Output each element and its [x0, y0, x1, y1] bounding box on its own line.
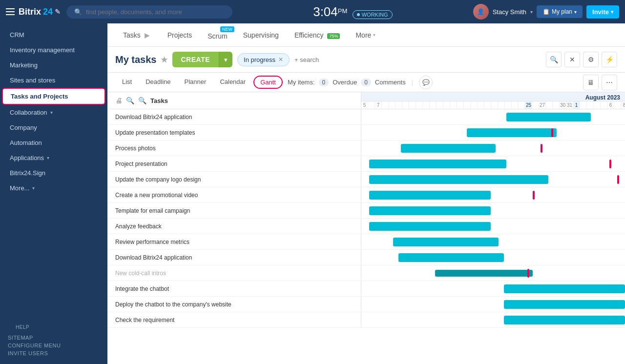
gantt-print-icon[interactable]: 🖨 — [115, 97, 122, 104]
invite-button[interactable]: Invite ▾ — [586, 5, 619, 19]
sidebar-item-automation[interactable]: Automation — [2, 135, 105, 150]
view-tab-list[interactable]: List — [115, 73, 139, 91]
search-bar[interactable]: 🔍 — [66, 5, 232, 19]
sidebar-label-inventory: Inventory management — [10, 46, 75, 54]
gantt-row[interactable]: Create a new promotional video — [107, 187, 625, 203]
working-badge[interactable]: WORKING — [353, 10, 393, 19]
filter-remove-icon[interactable]: ✕ — [278, 56, 283, 63]
view-tab-list-label: List — [122, 78, 132, 85]
gantt-row[interactable]: Process photos — [107, 141, 625, 156]
more-options-button[interactable]: ⋯ — [602, 75, 617, 90]
tab-scrum[interactable]: NEW Scrum — [200, 23, 235, 47]
favorite-star-icon[interactable]: ★ — [161, 55, 167, 64]
gantt-row[interactable]: Download Bitrix24 application — [107, 109, 625, 125]
view-tab-deadline[interactable]: Deadline — [139, 73, 177, 91]
applications-caret-icon: ▾ — [47, 155, 49, 161]
view-tab-calendar[interactable]: Calendar — [213, 73, 252, 91]
sidebar-item-more[interactable]: More... ▾ — [2, 181, 105, 196]
view-tab-gantt[interactable]: Gantt — [253, 76, 283, 89]
overdue-label: Overdue — [333, 79, 357, 86]
tab-more[interactable]: More ▾ — [348, 24, 383, 46]
gantt-zoom-out-icon[interactable]: 🔍 — [138, 97, 146, 104]
lightning-icon: ⚡ — [605, 56, 614, 63]
clock-display: 3:04 — [313, 4, 338, 19]
toolbar: My tasks ★ CREATE ▾ In progress ✕ 🔍 ✕ — [107, 47, 625, 73]
tab-projects-label: Projects — [167, 31, 192, 39]
logo-edit-icon[interactable]: ✎ — [55, 8, 61, 16]
configure-menu-link[interactable]: CONFIGURE MENU — [8, 343, 100, 348]
sidebar-item-marketing[interactable]: Marketing — [2, 58, 105, 73]
gantt-task-cell: Create a new promotional video — [107, 187, 361, 202]
view-icon: 🖥 — [587, 79, 594, 86]
gantt-row[interactable]: Update the company logo design — [107, 172, 625, 187]
gantt-row[interactable]: Check the requirement — [107, 312, 625, 328]
tab-efficiency[interactable]: Efficiency 75% — [287, 24, 348, 46]
gantt-task-cell: New cold-call intros — [107, 265, 361, 281]
tab-efficiency-label: Efficiency — [294, 31, 324, 39]
page-title-text: My tasks — [115, 54, 157, 65]
gantt-task-cell: Project presentation — [107, 156, 361, 171]
invite-users-link[interactable]: INVITE USERS — [8, 350, 100, 356]
view-icon-button[interactable]: 🖥 — [583, 75, 599, 90]
view-tabs: List Deadline Planner Calendar Gantt My … — [107, 73, 625, 92]
sidebar-label-more: More... — [10, 184, 29, 192]
menu-hamburger[interactable] — [6, 8, 15, 15]
lightning-button[interactable]: ⚡ — [602, 52, 617, 67]
gantt-row[interactable]: Analyze feedback — [107, 219, 625, 234]
gantt-bar — [401, 144, 496, 153]
search-toggle-button[interactable]: 🔍 — [546, 52, 562, 67]
sidebar-item-company[interactable]: Company — [2, 120, 105, 135]
sidebar-item-tasks[interactable]: Tasks and Projects — [2, 88, 105, 105]
sidebar-item-inventory[interactable]: Inventory management — [2, 42, 105, 58]
tab-tasks-label: Tasks — [123, 31, 141, 39]
filter-close-button[interactable]: ✕ — [564, 52, 580, 67]
sidebar-label-applications: Applications — [10, 154, 44, 162]
working-label: WORKING — [362, 12, 388, 18]
sitemap-link[interactable]: SITEMAP — [8, 335, 100, 341]
sidebar-item-crm[interactable]: CRM — [2, 27, 105, 42]
sidebar-label-bitrixsign: Bitrix24.Sign — [10, 169, 45, 177]
sidebar-footer: HELP SITEMAP CONFIGURE MENU INVITE USERS — [0, 318, 107, 360]
settings-button[interactable]: ⚙ — [583, 52, 599, 67]
gantt-deadline-marker — [533, 191, 535, 200]
avatar[interactable]: 👤 — [473, 4, 489, 20]
tab-projects[interactable]: Projects — [160, 24, 200, 46]
gantt-task-cell: Deploy the chatbot to the company's webs… — [107, 297, 361, 312]
gantt-bar — [393, 238, 499, 246]
create-button[interactable]: CREATE — [172, 52, 219, 67]
filter-pill[interactable]: In progress ✕ — [237, 53, 290, 66]
gantt-deadline-marker — [617, 175, 619, 184]
gantt-row[interactable]: Download Bitrix24 application — [107, 250, 625, 265]
chat-icon-button[interactable]: 💬 — [419, 76, 433, 89]
gantt-row[interactable]: Integrate the chatbot — [107, 281, 625, 297]
sidebar-label-crm: CRM — [10, 31, 24, 39]
gantt-row[interactable]: Template for email campaign — [107, 203, 625, 219]
gantt-row[interactable]: Project presentation — [107, 156, 625, 172]
gantt-zoom-in-icon[interactable]: 🔍 — [126, 97, 134, 104]
sidebar-item-sites[interactable]: Sites and stores — [2, 73, 105, 88]
sidebar-item-applications[interactable]: Applications ▾ — [2, 150, 105, 165]
nav-right: 👤 Stacy Smith ▾ 📋 My plan ▾ Invite ▾ — [473, 4, 619, 20]
gantt-bar — [369, 206, 490, 215]
task-search-input[interactable] — [294, 54, 541, 65]
search-input[interactable] — [86, 8, 225, 16]
gantt-row[interactable]: Review performance metrics — [107, 234, 625, 250]
gantt-bar — [369, 222, 490, 231]
gantt-row[interactable]: New cold-call intros — [107, 265, 625, 281]
tab-tasks[interactable]: Tasks ▶ — [115, 24, 160, 46]
user-name[interactable]: Stacy Smith — [493, 8, 526, 16]
create-dropdown-button[interactable]: ▾ — [219, 52, 232, 67]
gantt-row[interactable]: Update presentation templates — [107, 125, 625, 141]
sidebar-item-bitrixsign[interactable]: Bitrix24.Sign — [2, 165, 105, 181]
gantt-bar — [435, 270, 533, 277]
tab-supervising[interactable]: Supervising — [235, 24, 287, 46]
gantt-bar — [504, 284, 625, 293]
gantt-month: August 2023 — [361, 92, 625, 101]
sidebar-item-collaboration[interactable]: Collaboration ▾ — [2, 105, 105, 120]
sidebar-label-marketing: Marketing — [10, 61, 38, 69]
view-tab-planner[interactable]: Planner — [178, 73, 213, 91]
gantt-bar — [504, 300, 625, 309]
my-plan-button[interactable]: 📋 My plan ▾ — [537, 5, 583, 18]
content-area: Tasks ▶ Projects NEW Scrum Supervising E… — [107, 23, 625, 364]
gantt-row[interactable]: Deploy the chatbot to the company's webs… — [107, 297, 625, 312]
